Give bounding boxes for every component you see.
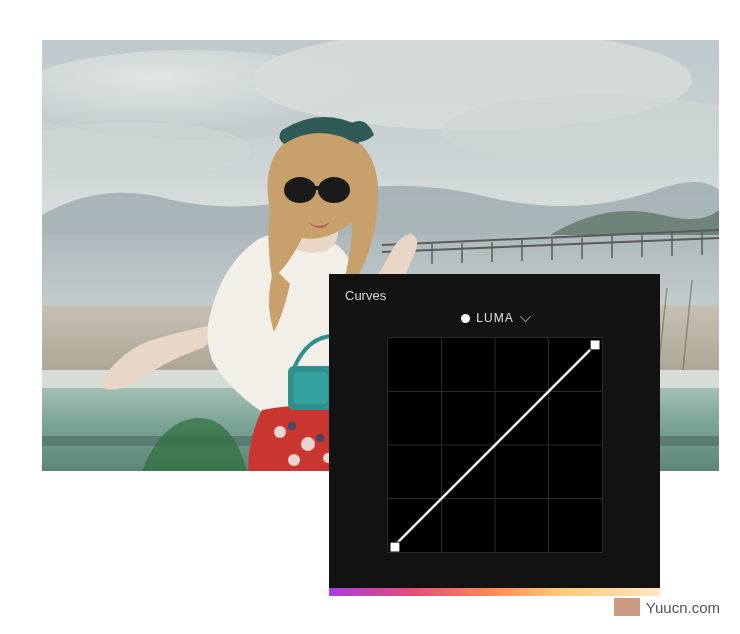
hue-gradient-bar	[329, 588, 660, 596]
svg-point-32	[274, 426, 286, 438]
channel-color-dot	[461, 314, 470, 323]
curve-point-shadow-start	[389, 542, 399, 552]
svg-point-35	[288, 454, 300, 466]
watermark-text: Yuucn.com	[646, 599, 720, 616]
svg-point-38	[316, 434, 324, 442]
svg-rect-41	[294, 372, 328, 404]
curve-editor[interactable]	[387, 337, 603, 553]
svg-point-30	[318, 177, 350, 203]
svg-point-33	[301, 437, 315, 451]
svg-point-29	[284, 177, 316, 203]
channel-label: LUMA	[476, 311, 513, 325]
channel-selector[interactable]: LUMA	[345, 311, 644, 325]
panel-title: Curves	[345, 288, 644, 303]
svg-point-37	[288, 422, 296, 430]
chevron-down-icon	[519, 311, 530, 322]
watermark: Yuucn.com	[614, 598, 720, 616]
curves-panel: Curves LUMA	[329, 274, 660, 596]
curve-point-highlight-end	[590, 340, 600, 350]
svg-rect-31	[314, 186, 322, 190]
watermark-swatch	[614, 598, 640, 616]
